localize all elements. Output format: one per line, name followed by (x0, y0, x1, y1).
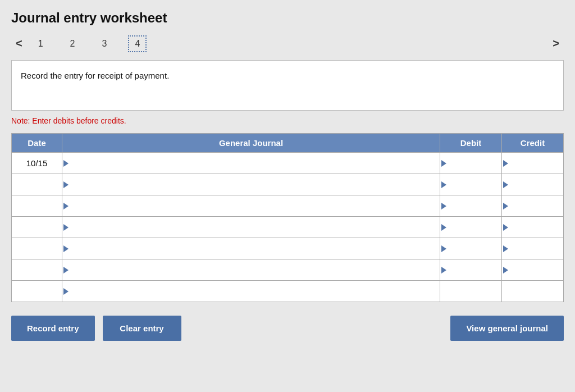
row-arrow-5 (63, 245, 69, 252)
date-cell-3[interactable] (12, 195, 62, 217)
clear-entry-button[interactable]: Clear entry (103, 316, 181, 341)
debit-cell-3[interactable] (440, 195, 502, 217)
date-cell-6[interactable] (12, 259, 62, 281)
row-arrow-7 (63, 288, 69, 295)
row-arrow-4 (63, 224, 69, 231)
date-cell-1[interactable]: 10/15 (12, 153, 62, 174)
debit-arrow-4 (441, 224, 446, 231)
journal-cell-2[interactable] (62, 174, 440, 195)
table-row (12, 259, 564, 281)
row-arrow-3 (63, 203, 69, 209)
debit-arrow-1 (441, 160, 446, 167)
credit-cell-3[interactable] (502, 195, 564, 217)
credit-cell-7[interactable] (502, 281, 564, 302)
credit-cell-5[interactable] (502, 238, 564, 259)
button-row: Record entry Clear entry View general jo… (11, 316, 564, 341)
step-3[interactable]: 3 (97, 37, 113, 51)
date-cell-5[interactable] (12, 238, 62, 259)
journal-cell-1[interactable] (62, 153, 440, 174)
row-arrow-6 (63, 267, 69, 274)
debit-arrow-6 (441, 267, 446, 274)
header-debit: Debit (440, 134, 502, 153)
record-entry-button[interactable]: Record entry (11, 316, 95, 341)
debit-cell-4[interactable] (440, 217, 502, 238)
step-2[interactable]: 2 (65, 37, 81, 51)
credit-arrow-5 (503, 245, 508, 252)
table-row (12, 281, 564, 302)
journal-cell-4[interactable] (62, 217, 440, 238)
journal-cell-6[interactable] (62, 259, 440, 281)
row-arrow-1 (63, 160, 69, 167)
credit-arrow-3 (503, 203, 508, 209)
debit-arrow-3 (441, 203, 446, 209)
instruction-box: Record the entry for receipt of payment. (11, 60, 564, 111)
date-cell-7[interactable] (12, 281, 62, 302)
date-cell-2[interactable] (12, 174, 62, 195)
credit-cell-1[interactable] (502, 153, 564, 174)
view-general-journal-button[interactable]: View general journal (450, 316, 564, 341)
table-row (12, 238, 564, 259)
note-text: Note: Enter debits before credits. (11, 116, 564, 125)
header-credit: Credit (502, 134, 564, 153)
step-4[interactable]: 4 (128, 35, 147, 52)
debit-cell-1[interactable] (440, 153, 502, 174)
debit-arrow-2 (441, 181, 446, 188)
table-header-row: Date General Journal Debit Credit (12, 134, 564, 153)
prev-arrow[interactable]: < (11, 35, 27, 52)
journal-table: Date General Journal Debit Credit 10/15 (11, 133, 564, 302)
credit-arrow-2 (503, 181, 508, 188)
debit-arrow-5 (441, 245, 446, 252)
debit-cell-5[interactable] (440, 238, 502, 259)
row-arrow-2 (63, 181, 69, 188)
table-row (12, 195, 564, 217)
debit-cell-7[interactable] (440, 281, 502, 302)
debit-cell-2[interactable] (440, 174, 502, 195)
table-row (12, 174, 564, 195)
header-journal: General Journal (62, 134, 440, 153)
credit-arrow-6 (503, 267, 508, 274)
journal-cell-3[interactable] (62, 195, 440, 217)
journal-cell-7[interactable] (62, 281, 440, 302)
nav-bar: < 1 2 3 4 > (11, 35, 564, 52)
debit-cell-6[interactable] (440, 259, 502, 281)
credit-cell-2[interactable] (502, 174, 564, 195)
page-title: Journal entry worksheet (11, 10, 564, 26)
table-row (12, 217, 564, 238)
instruction-text: Record the entry for receipt of payment. (21, 71, 169, 80)
header-date: Date (12, 134, 62, 153)
journal-cell-5[interactable] (62, 238, 440, 259)
next-arrow[interactable]: > (548, 35, 564, 52)
date-cell-4[interactable] (12, 217, 62, 238)
table-row: 10/15 (12, 153, 564, 174)
credit-cell-4[interactable] (502, 217, 564, 238)
step-1[interactable]: 1 (33, 37, 49, 51)
credit-arrow-4 (503, 224, 508, 231)
nav-steps: 1 2 3 4 (33, 35, 147, 52)
credit-cell-6[interactable] (502, 259, 564, 281)
credit-arrow-1 (503, 160, 508, 167)
